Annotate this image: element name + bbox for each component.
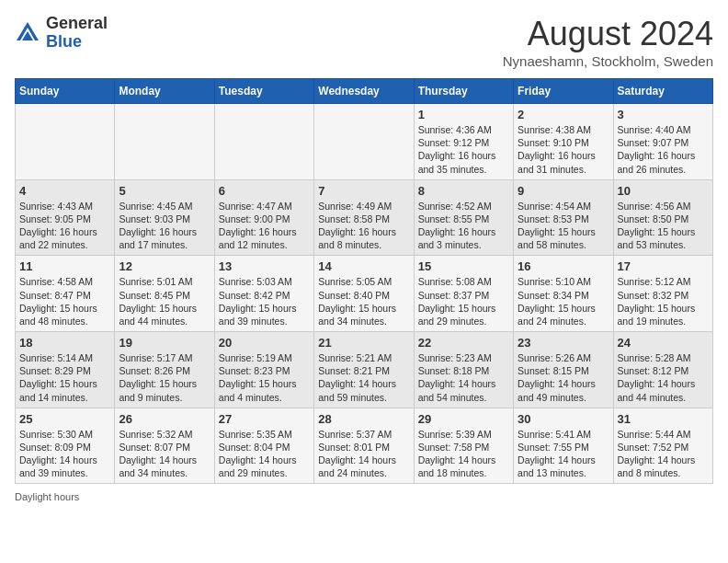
calendar-table: SundayMondayTuesdayWednesdayThursdayFrid… (15, 78, 713, 484)
day-content: Sunrise: 4:54 AM Sunset: 8:53 PM Dayligh… (518, 200, 609, 252)
day-number: 10 (618, 184, 709, 198)
day-number: 12 (119, 259, 210, 273)
day-content: Sunrise: 5:14 AM Sunset: 8:29 PM Dayligh… (19, 351, 110, 404)
day-number: 2 (518, 108, 609, 121)
title-area: August 2024 Nynaeshamn, Stockholm, Swede… (503, 15, 713, 69)
day-number: 28 (318, 412, 409, 426)
calendar-cell: 30Sunrise: 5:41 AM Sunset: 7:55 PM Dayli… (514, 408, 613, 484)
calendar-cell: 20Sunrise: 5:19 AM Sunset: 8:23 PM Dayli… (214, 332, 313, 408)
calendar-cell: 7Sunrise: 4:49 AM Sunset: 8:58 PM Daylig… (314, 179, 414, 256)
day-number: 27 (219, 412, 310, 426)
day-number: 19 (119, 336, 210, 350)
day-content: Sunrise: 5:37 AM Sunset: 8:01 PM Dayligh… (318, 428, 409, 480)
day-number: 15 (418, 259, 509, 273)
calendar-cell: 11Sunrise: 4:58 AM Sunset: 8:47 PM Dayli… (16, 256, 115, 332)
day-number: 23 (518, 336, 609, 350)
logo-text: General Blue (46, 15, 108, 52)
day-number: 24 (618, 336, 709, 350)
day-number: 30 (518, 412, 609, 426)
calendar-cell: 1Sunrise: 4:36 AM Sunset: 9:12 PM Daylig… (414, 104, 513, 180)
day-number: 5 (119, 184, 210, 198)
calendar-cell: 12Sunrise: 5:01 AM Sunset: 8:45 PM Dayli… (115, 256, 214, 332)
day-content: Sunrise: 5:03 AM Sunset: 8:42 PM Dayligh… (219, 275, 310, 327)
calendar-cell: 16Sunrise: 5:10 AM Sunset: 8:34 PM Dayli… (514, 256, 613, 332)
logo-icon (15, 20, 40, 46)
day-header-wednesday: Wednesday (314, 79, 414, 104)
calendar-week-row: 4Sunrise: 4:43 AM Sunset: 9:05 PM Daylig… (16, 179, 713, 256)
day-number: 17 (618, 259, 709, 273)
day-number: 3 (618, 108, 709, 121)
day-header-monday: Monday (115, 79, 214, 104)
day-content: Sunrise: 5:35 AM Sunset: 8:04 PM Dayligh… (219, 428, 310, 480)
calendar-cell: 10Sunrise: 4:56 AM Sunset: 8:50 PM Dayli… (613, 179, 712, 256)
day-content: Sunrise: 5:39 AM Sunset: 7:58 PM Dayligh… (418, 428, 509, 480)
day-content: Sunrise: 4:38 AM Sunset: 9:10 PM Dayligh… (518, 123, 609, 176)
day-content: Sunrise: 5:23 AM Sunset: 8:18 PM Dayligh… (418, 351, 509, 404)
day-content: Sunrise: 5:44 AM Sunset: 7:52 PM Dayligh… (618, 428, 709, 480)
header: General Blue August 2024 Nynaeshamn, Sto… (15, 15, 713, 69)
day-number: 26 (119, 412, 210, 426)
day-content: Sunrise: 5:28 AM Sunset: 8:12 PM Dayligh… (618, 351, 709, 404)
logo-blue: Blue (46, 32, 82, 51)
day-header-sunday: Sunday (16, 79, 115, 104)
day-number: 31 (618, 412, 709, 426)
calendar-week-row: 1Sunrise: 4:36 AM Sunset: 9:12 PM Daylig… (16, 104, 713, 180)
calendar-header-row: SundayMondayTuesdayWednesdayThursdayFrid… (16, 79, 713, 104)
day-number: 11 (19, 259, 110, 273)
calendar-cell: 24Sunrise: 5:28 AM Sunset: 8:12 PM Dayli… (613, 332, 712, 408)
day-content: Sunrise: 4:58 AM Sunset: 8:47 PM Dayligh… (19, 275, 110, 327)
calendar-cell: 21Sunrise: 5:21 AM Sunset: 8:21 PM Dayli… (314, 332, 414, 408)
day-content: Sunrise: 5:17 AM Sunset: 8:26 PM Dayligh… (119, 351, 210, 404)
logo: General Blue (15, 15, 108, 52)
day-content: Sunrise: 5:08 AM Sunset: 8:37 PM Dayligh… (418, 275, 509, 327)
day-content: Sunrise: 5:32 AM Sunset: 8:07 PM Dayligh… (119, 428, 210, 480)
day-number: 8 (418, 184, 509, 198)
day-header-thursday: Thursday (414, 79, 513, 104)
calendar-week-row: 18Sunrise: 5:14 AM Sunset: 8:29 PM Dayli… (16, 332, 713, 408)
day-number: 21 (318, 336, 409, 350)
day-number: 22 (418, 336, 509, 350)
day-number: 18 (19, 336, 110, 350)
day-number: 16 (518, 259, 609, 273)
calendar-cell: 15Sunrise: 5:08 AM Sunset: 8:37 PM Dayli… (414, 256, 513, 332)
calendar-cell: 17Sunrise: 5:12 AM Sunset: 8:32 PM Dayli… (613, 256, 712, 332)
calendar-cell: 8Sunrise: 4:52 AM Sunset: 8:55 PM Daylig… (414, 179, 513, 256)
location-title: Nynaeshamn, Stockholm, Sweden (503, 53, 713, 69)
calendar-cell: 23Sunrise: 5:26 AM Sunset: 8:15 PM Dayli… (514, 332, 613, 408)
calendar-cell: 25Sunrise: 5:30 AM Sunset: 8:09 PM Dayli… (16, 408, 115, 484)
calendar-cell: 3Sunrise: 4:40 AM Sunset: 9:07 PM Daylig… (613, 104, 712, 180)
day-number: 1 (418, 108, 509, 121)
day-content: Sunrise: 5:21 AM Sunset: 8:21 PM Dayligh… (318, 351, 409, 404)
day-number: 20 (219, 336, 310, 350)
calendar-cell: 6Sunrise: 4:47 AM Sunset: 9:00 PM Daylig… (214, 179, 313, 256)
day-header-saturday: Saturday (613, 79, 712, 104)
day-number: 14 (318, 259, 409, 273)
footer-note: Daylight hours (15, 491, 713, 502)
calendar-cell: 28Sunrise: 5:37 AM Sunset: 8:01 PM Dayli… (314, 408, 414, 484)
calendar-cell: 31Sunrise: 5:44 AM Sunset: 7:52 PM Dayli… (613, 408, 712, 484)
calendar-cell: 9Sunrise: 4:54 AM Sunset: 8:53 PM Daylig… (514, 179, 613, 256)
day-content: Sunrise: 5:41 AM Sunset: 7:55 PM Dayligh… (518, 428, 609, 480)
day-number: 7 (318, 184, 409, 198)
day-content: Sunrise: 4:40 AM Sunset: 9:07 PM Dayligh… (618, 123, 709, 176)
calendar-cell (214, 104, 313, 180)
calendar-cell: 26Sunrise: 5:32 AM Sunset: 8:07 PM Dayli… (115, 408, 214, 484)
calendar-cell (314, 104, 414, 180)
calendar-cell: 5Sunrise: 4:45 AM Sunset: 9:03 PM Daylig… (115, 179, 214, 256)
logo-general: General (46, 14, 108, 32)
calendar-cell (115, 104, 214, 180)
day-content: Sunrise: 4:43 AM Sunset: 9:05 PM Dayligh… (19, 200, 110, 252)
day-number: 13 (219, 259, 310, 273)
day-header-friday: Friday (514, 79, 613, 104)
day-content: Sunrise: 5:12 AM Sunset: 8:32 PM Dayligh… (618, 275, 709, 327)
day-number: 25 (19, 412, 110, 426)
calendar-cell (16, 104, 115, 180)
calendar-cell: 19Sunrise: 5:17 AM Sunset: 8:26 PM Dayli… (115, 332, 214, 408)
day-content: Sunrise: 5:26 AM Sunset: 8:15 PM Dayligh… (518, 351, 609, 404)
day-content: Sunrise: 4:47 AM Sunset: 9:00 PM Dayligh… (219, 200, 310, 252)
calendar-cell: 27Sunrise: 5:35 AM Sunset: 8:04 PM Dayli… (214, 408, 313, 484)
day-content: Sunrise: 4:49 AM Sunset: 8:58 PM Dayligh… (318, 200, 409, 252)
calendar-cell: 18Sunrise: 5:14 AM Sunset: 8:29 PM Dayli… (16, 332, 115, 408)
day-content: Sunrise: 5:10 AM Sunset: 8:34 PM Dayligh… (518, 275, 609, 327)
calendar-cell: 14Sunrise: 5:05 AM Sunset: 8:40 PM Dayli… (314, 256, 414, 332)
